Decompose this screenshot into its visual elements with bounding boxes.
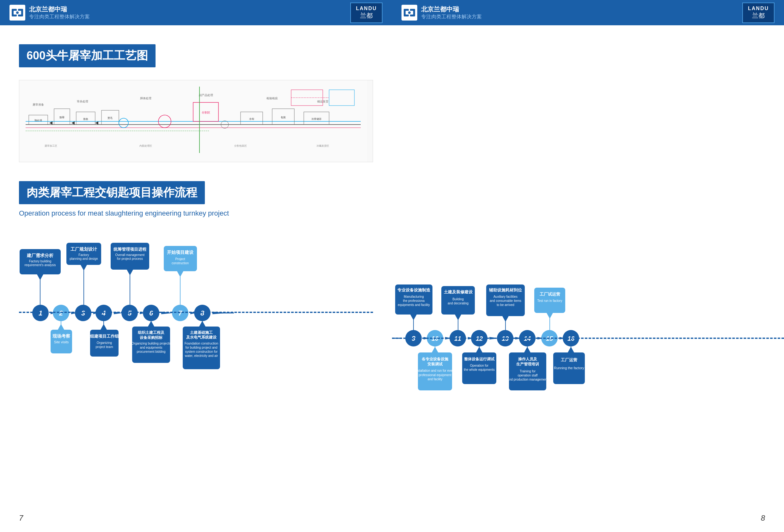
- svg-text:Foundation construction: Foundation construction: [185, 342, 219, 345]
- svg-text:操作人员及: 操作人员及: [518, 357, 537, 361]
- flow-chart-right: 9 10 11 12: [392, 284, 784, 455]
- track-line-left: [19, 312, 373, 313]
- svg-text:5: 5: [128, 309, 132, 317]
- svg-text:and equipments: and equipments: [140, 346, 162, 349]
- right-page: 北京兰都中瑞 专注肉类工程整体解决方案 LANDU 兰都 9: [392, 0, 784, 532]
- svg-text:分割包装区: 分割包装区: [234, 144, 247, 147]
- brand-en-right: LANDU: [748, 6, 769, 11]
- svg-text:专业设备设施制造: 专业设备设施制造: [397, 288, 430, 292]
- svg-text:各专业设备设施: 各专业设备设施: [421, 357, 449, 361]
- right-content: 9 10 11 12: [392, 25, 784, 532]
- svg-text:system construction for: system construction for: [185, 350, 218, 354]
- svg-text:辅助设施耗材到位: 辅助设施耗材到位: [489, 288, 522, 292]
- svg-text:屠宰准备: 屠宰准备: [33, 103, 44, 106]
- svg-text:Test run in factory: Test run in factory: [537, 299, 562, 303]
- brand-cn: 兰都: [356, 11, 377, 20]
- svg-text:project team: project team: [95, 345, 113, 349]
- svg-text:副产品处理: 副产品处理: [199, 93, 213, 97]
- page-number-left: 7: [19, 514, 23, 523]
- section2-subtitle: Operation process for meat slaughtering …: [19, 209, 373, 218]
- svg-text:Running the factory: Running the factory: [554, 366, 584, 370]
- svg-text:烫毛: 烫毛: [108, 117, 113, 119]
- svg-text:and consumable items: and consumable items: [490, 299, 521, 303]
- svg-text:整体设备运行调试: 整体设备运行调试: [464, 357, 495, 361]
- svg-point-3: [16, 11, 19, 14]
- factory-diagram: 预处理 致晕 放血 烫毛 分割区: [19, 80, 373, 162]
- svg-marker-185: [476, 347, 482, 353]
- svg-text:检验检疫: 检验检疫: [267, 97, 278, 100]
- svg-text:Training for: Training for: [520, 369, 536, 373]
- svg-text:安装调试: 安装调试: [427, 362, 443, 366]
- svg-text:Factory building: Factory building: [29, 259, 52, 263]
- svg-text:冷却: 冷却: [249, 118, 254, 120]
- svg-text:组织土建工程及: 组织土建工程及: [138, 330, 165, 335]
- svg-text:及水电气系统建设: 及水电气系统建设: [186, 335, 217, 339]
- svg-text:Manufacturing: Manufacturing: [404, 295, 424, 299]
- company-info-right: 北京兰都中瑞 专注肉类工程整体解决方案: [421, 5, 482, 20]
- svg-text:requirement's analysis: requirement's analysis: [24, 263, 56, 267]
- svg-text:7: 7: [178, 309, 183, 317]
- svg-text:and facility: and facility: [427, 377, 442, 381]
- svg-point-122: [408, 11, 411, 14]
- svg-text:Organizing building projects: Organizing building projects: [132, 342, 170, 345]
- svg-text:4: 4: [102, 309, 106, 317]
- svg-text:1: 1: [38, 309, 43, 317]
- svg-text:and decorating: and decorating: [448, 302, 469, 305]
- company-logo-icon-right: [401, 5, 417, 21]
- left-page: 北京兰都中瑞 专注肉类工程整体解决方案 LANDU 兰都 600头牛屠宰加工工艺…: [0, 0, 392, 532]
- logo-area-right: 北京兰都中瑞 专注肉类工程整体解决方案: [401, 5, 482, 21]
- svg-text:8: 8: [200, 309, 204, 317]
- svg-text:Building: Building: [452, 298, 464, 301]
- flow-svg-left: 1 2 3 4: [19, 233, 373, 385]
- company-tagline-right: 专注肉类工程整体解决方案: [421, 13, 482, 20]
- svg-marker-198: [568, 347, 574, 353]
- company-tagline: 专注肉类工程整体解决方案: [29, 13, 90, 20]
- svg-text:工厂运营: 工厂运营: [561, 358, 578, 362]
- svg-text:组建项目工作组: 组建项目工作组: [90, 334, 119, 339]
- svg-marker-95: [58, 324, 64, 330]
- svg-text:Auxiliary facilities: Auxiliary facilities: [494, 295, 517, 299]
- svg-marker-101: [101, 324, 107, 330]
- svg-text:3: 3: [81, 309, 85, 317]
- brand-box: LANDU 兰都: [350, 2, 383, 23]
- svg-text:planning and design: planning and design: [69, 257, 98, 260]
- svg-text:现场考察: 现场考察: [52, 334, 71, 339]
- svg-text:工厂规划设计: 工厂规划设计: [71, 247, 97, 252]
- track-line-right: [392, 338, 784, 339]
- svg-text:Installation and run for every: Installation and run for every: [415, 369, 455, 372]
- svg-text:Project: Project: [175, 257, 185, 261]
- company-logo-icon: [9, 5, 25, 21]
- svg-text:for project process: for project process: [117, 257, 143, 260]
- svg-text:放血: 放血: [83, 118, 88, 120]
- flow-svg-right: 9 10 11 12: [392, 284, 784, 455]
- svg-text:工厂试运营: 工厂试运营: [540, 292, 560, 297]
- header-left: 北京兰都中瑞 专注肉类工程整体解决方案 LANDU 兰都: [0, 0, 392, 25]
- svg-marker-179: [432, 347, 438, 353]
- svg-text:内脏处理区: 内脏处理区: [139, 144, 152, 147]
- section2-title: 肉类屠宰工程交钥匙项目操作流程: [19, 181, 205, 204]
- header-right: 北京兰都中瑞 专注肉类工程整体解决方案 LANDU 兰都: [392, 0, 784, 25]
- svg-text:生产管理培训: 生产管理培训: [516, 362, 539, 366]
- svg-text:土建基础施工: 土建基础施工: [190, 330, 213, 335]
- svg-marker-193: [524, 347, 530, 353]
- brand-en: LANDU: [356, 6, 377, 11]
- svg-text:2: 2: [59, 309, 63, 317]
- svg-text:Overall management: Overall management: [115, 253, 145, 257]
- brand-box-right: LANDU 兰都: [742, 2, 775, 23]
- svg-text:统筹管理项目进程: 统筹管理项目进程: [113, 247, 147, 252]
- company-name-right: 北京兰都中瑞: [421, 5, 482, 13]
- svg-text:water, electricity and air: water, electricity and air: [185, 354, 218, 358]
- svg-text:Site visits: Site visits: [54, 340, 69, 344]
- svg-text:6: 6: [149, 309, 153, 317]
- svg-text:the whole equipments: the whole equipments: [464, 368, 495, 371]
- svg-text:包装: 包装: [281, 116, 286, 119]
- svg-text:equipments and facility: equipments and facility: [398, 303, 430, 307]
- svg-text:the professiona: the professiona: [403, 299, 425, 303]
- section1-title: 600头牛屠宰加工工艺图: [19, 44, 156, 67]
- page-number-right: 8: [761, 514, 765, 523]
- svg-text:冷藏发货区: 冷藏发货区: [316, 144, 329, 147]
- svg-text:宰杀处理: 宰杀处理: [77, 100, 88, 103]
- svg-text:procurement bidding: procurement bidding: [137, 350, 165, 354]
- svg-text:professional equipment: professional equipment: [419, 373, 451, 377]
- svg-text:Operation for: Operation for: [470, 364, 489, 367]
